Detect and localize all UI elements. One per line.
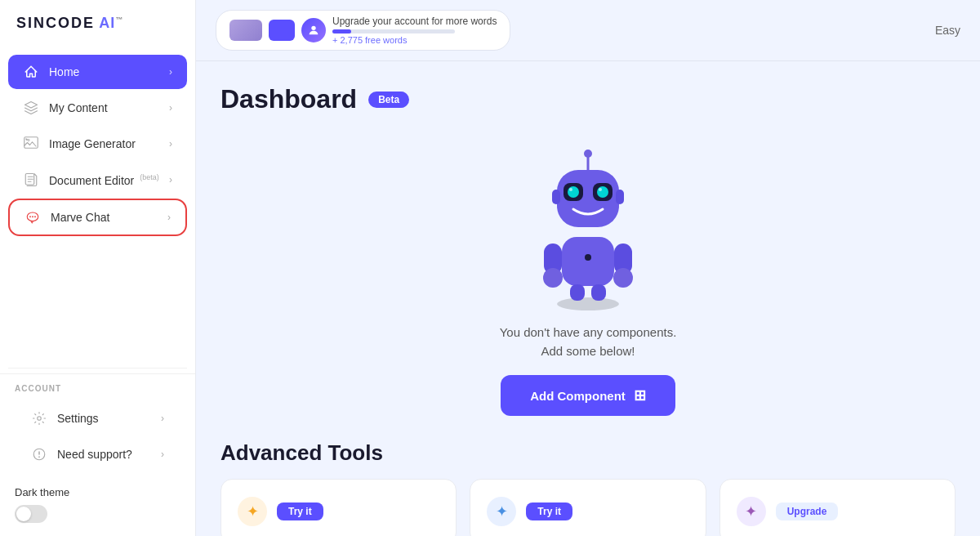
beta-badge: Beta [368,92,409,108]
svg-point-1 [28,139,29,141]
advanced-tools-section: Advanced Tools ✦ Try it ✦ Try it ✦ [196,440,980,536]
chevron-right-icon3: › [169,138,172,150]
chevron-right-icon: › [169,66,172,78]
svg-rect-27 [570,284,585,301]
empty-state: You don't have any components. Add some … [220,131,956,440]
sidebar-nav: Home › My Content › [0,47,195,244]
add-component-label: Add Component [530,389,626,403]
tool-icon-1: ✦ [238,497,267,526]
sidebar-item-home[interactable]: Home › [8,55,187,89]
logo-sincode: SINCODE [16,15,95,31]
svg-point-24 [543,268,563,288]
home-icon [23,64,39,80]
tool-icon-2: ✦ [487,497,516,526]
chevron-right-icon4: › [169,174,172,185]
sidebar-item-my-content-label: My Content [49,101,169,114]
sidebar: SINCODE AI™ Home › My Content [0,0,196,536]
document-icon [23,172,39,188]
chevron-right-icon7: › [161,449,164,460]
advanced-tools-title: Advanced Tools [220,440,956,466]
sidebar-item-home-label: Home [49,65,169,78]
upgrade-progress-fill [332,29,351,34]
account-separator [8,368,187,368]
sidebar-item-need-support[interactable]: Need support? › [16,437,179,471]
upgrade-words: + 2,775 free words [332,35,497,45]
svg-point-18 [568,186,579,198]
robot-svg [514,147,662,310]
sidebar-item-need-support-label: Need support? [57,448,161,461]
topbar-left: Upgrade your account for more words + 2,… [216,10,510,51]
empty-state-text: You don't have any components. Add some … [500,324,677,360]
svg-rect-28 [591,284,606,301]
add-component-icon: ⊞ [634,386,646,404]
logo: SINCODE AI™ [0,0,195,47]
upgrade-avatar [301,18,326,42]
sidebar-item-settings-label: Settings [57,412,161,425]
svg-point-2 [25,138,27,140]
logo-trademark: ™ [115,16,123,24]
image-icon [23,136,39,152]
content-icon [23,100,39,116]
svg-rect-14 [562,237,614,286]
add-component-button[interactable]: Add Component ⊞ [501,375,675,416]
sidebar-item-marve-chat[interactable]: Marve Chat › [8,199,187,236]
account-section-label: ACCOUNT [8,384,187,400]
empty-state-line2: Add some below! [541,344,635,358]
svg-rect-29 [552,190,560,204]
tool-pill-1[interactable]: Try it [277,502,323,520]
upgrade-bar[interactable]: Upgrade your account for more words + 2,… [216,10,510,51]
svg-point-5 [29,216,31,217]
dashboard-area: Dashboard Beta [196,61,980,440]
main-content: Upgrade your account for more words + 2,… [196,0,980,536]
sidebar-item-document-editor-label: Document Editor (beta) [49,173,169,187]
logo-ai: AI [95,15,115,31]
tool-pill-3[interactable]: Upgrade [776,502,839,520]
sidebar-item-my-content[interactable]: My Content › [8,91,187,125]
sidebar-item-image-generator[interactable]: Image Generator › [8,127,187,161]
svg-point-10 [311,26,315,30]
chat-icon [24,209,41,226]
svg-rect-30 [616,190,624,204]
tool-pill-2[interactable]: Try it [526,502,572,520]
account-section: ACCOUNT Settings › Need support? › [0,373,195,478]
tool-card-3: ✦ Upgrade [719,479,956,536]
svg-point-11 [557,297,619,310]
tools-grid: ✦ Try it ✦ Try it ✦ Upgrade [220,479,956,536]
sidebar-item-document-editor[interactable]: Document Editor (beta) › [8,163,187,197]
svg-point-13 [584,150,592,158]
svg-point-25 [613,268,633,288]
chevron-right-icon5: › [167,212,171,223]
tool-icon-3: ✦ [737,497,766,526]
svg-point-7 [34,216,36,217]
dashboard-title: Dashboard [220,84,357,114]
dashboard-header: Dashboard Beta [220,84,956,114]
dark-theme-label: Dark theme [15,486,180,498]
svg-point-26 [585,254,591,261]
topbar: Upgrade your account for more words + 2,… [196,0,980,61]
settings-icon [31,410,47,427]
svg-point-21 [599,188,602,191]
topbar-easy-label: Easy [935,24,960,37]
empty-state-line1: You don't have any components. [500,325,677,339]
logo-text: SINCODE AI™ [16,15,123,32]
dark-theme-toggle[interactable] [15,505,47,523]
svg-point-20 [569,188,572,191]
dark-theme-section: Dark theme [0,478,195,536]
tool-card-2: ✦ Try it [470,479,706,536]
sidebar-item-image-generator-label: Image Generator [49,137,169,150]
upgrade-title: Upgrade your account for more words [332,16,497,27]
upgrade-progress-bar [332,29,455,34]
svg-point-8 [38,417,42,421]
chevron-right-icon6: › [161,413,164,424]
sidebar-item-settings[interactable]: Settings › [16,401,179,436]
svg-point-19 [597,186,608,198]
support-icon [31,446,47,462]
tool-card-1: ✦ Try it [220,479,457,536]
svg-point-6 [32,216,33,217]
upgrade-thumb2 [269,20,295,41]
upgrade-text: Upgrade your account for more words + 2,… [332,16,497,45]
sidebar-item-marve-chat-label: Marve Chat [51,211,167,224]
robot-illustration [514,147,662,310]
chevron-right-icon2: › [169,102,172,114]
upgrade-thumbnail [229,20,262,41]
